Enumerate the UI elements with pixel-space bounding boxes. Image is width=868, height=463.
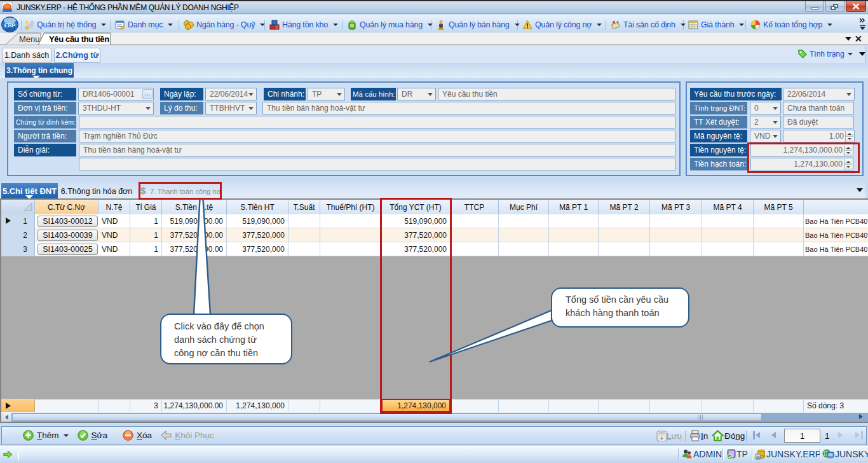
- svg-text:db: db: [756, 455, 761, 459]
- svg-text:Yêu cầu thu tiền: Yêu cầu thu tiền: [49, 34, 109, 44]
- svg-text:Menu: Menu: [19, 34, 40, 44]
- svg-text:ERP: ERP: [4, 22, 16, 29]
